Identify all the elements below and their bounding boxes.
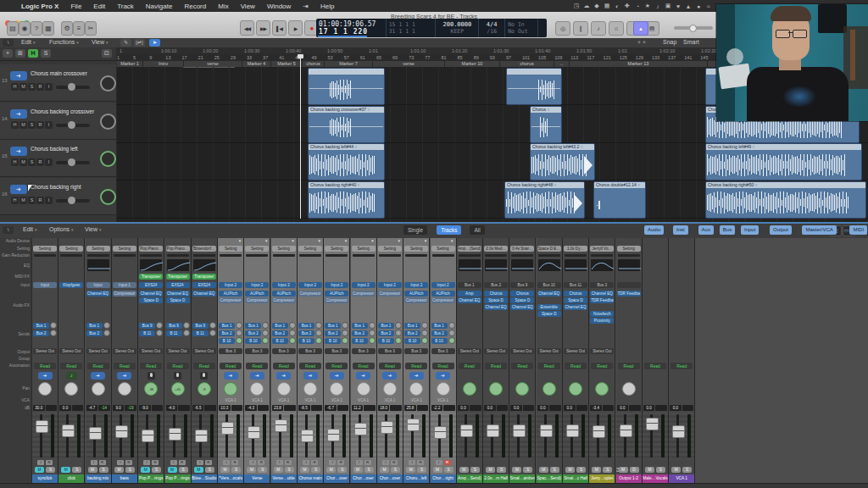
send-knob[interactable] <box>342 337 348 344</box>
mute-button[interactable]: M <box>433 467 442 473</box>
send-knob[interactable] <box>395 330 402 336</box>
tracks-edit-menu[interactable]: Edit ▾ <box>21 39 36 45</box>
send-knob[interactable] <box>183 322 190 329</box>
automation-mode-button[interactable]: Read <box>299 363 321 369</box>
input-slot[interactable]: EXS24 <box>166 282 190 288</box>
automation-mode-button[interactable]: Read <box>459 363 481 369</box>
strip-name[interactable]: click <box>58 474 84 483</box>
strip-dropdown-icon[interactable]: ▼ <box>424 239 427 243</box>
marker-chorus[interactable]: chorus <box>303 61 325 67</box>
track-pan-knob[interactable] <box>100 151 116 167</box>
solo-button[interactable]: S <box>470 467 480 473</box>
audio-fx-slot[interactable]: AUPitch <box>404 291 428 297</box>
eq-thumbnail[interactable] <box>591 259 613 271</box>
box-icon[interactable]: ▣ <box>663 3 673 9</box>
track-volume-slider[interactable] <box>56 86 90 89</box>
input-slot[interactable]: Input 2 <box>325 282 348 288</box>
input-monitor-button[interactable]: I <box>117 460 124 465</box>
mixer-edit-menu[interactable]: Edit ▾ <box>23 226 37 232</box>
send-bus-label[interactable]: B 10 <box>245 338 261 344</box>
audio-fx-slot[interactable]: AUPitch <box>245 291 269 297</box>
strip-name[interactable]: Chor…over <box>324 474 349 483</box>
send-bus-label[interactable]: B 10 <box>431 338 448 344</box>
strip-name[interactable]: Chor…over <box>351 474 376 483</box>
send-slot[interactable]: Bus 2 <box>298 330 322 336</box>
send-knob[interactable] <box>395 337 402 344</box>
mute-button[interactable]: M <box>274 467 283 473</box>
strip-name[interactable]: Choru…left <box>403 474 429 483</box>
menu-item-help[interactable]: Help <box>314 3 340 10</box>
strip-dropdown-icon[interactable]: ▼ <box>291 239 294 243</box>
region[interactable]: Chorus backing right#40 ○ <box>308 181 385 219</box>
duplicate-track-button[interactable]: ⊞ <box>15 49 25 58</box>
metronome-icon[interactable]: ♪ <box>591 21 606 36</box>
strip-name[interactable]: Böse…Studio <box>192 474 217 483</box>
track-header-15[interactable]: 15➜Chorus backing leftHMSRI <box>0 140 116 177</box>
input-monitor-button[interactable]: I <box>143 460 150 465</box>
send-knob[interactable] <box>262 330 269 336</box>
send-bus-label[interactable]: Bus 2 <box>272 330 288 336</box>
audio-fx-slot[interactable]: Compressor <box>325 297 348 303</box>
mixer-view-menu[interactable]: View ▾ <box>85 226 102 232</box>
master-tuner-button[interactable]: ▲ <box>633 21 648 36</box>
send-knob[interactable] <box>315 330 322 336</box>
mute-button[interactable]: M <box>168 467 177 473</box>
record-enable-button[interactable]: R <box>46 460 53 465</box>
marker-marker5[interactable]: Marker 5 <box>271 61 303 67</box>
peak-db-value[interactable] <box>390 405 402 411</box>
replace-icon[interactable]: ⌂ <box>609 21 624 36</box>
send-slot[interactable]: Bus 2 <box>33 330 57 336</box>
peak-db-value[interactable] <box>231 405 243 411</box>
track-s-button[interactable]: S <box>28 158 36 166</box>
eq-thumbnail[interactable] <box>167 259 189 271</box>
mute-button[interactable]: M <box>353 467 363 473</box>
strip-name[interactable]: Spac…Send) <box>537 474 562 483</box>
flex-icon[interactable]: [⇄] <box>134 39 145 47</box>
audio-fx-slot[interactable]: Chorus <box>564 291 587 297</box>
audio-fx-slot[interactable]: AUPitch <box>325 291 348 297</box>
mute-button[interactable]: M <box>326 467 336 473</box>
strip-setting-button[interactable]: Setting <box>378 246 402 252</box>
solo-tracks-button[interactable]: S <box>41 49 51 58</box>
send-bus-label[interactable]: Bus 2 <box>33 330 49 336</box>
region[interactable]: Chorus backing left#44 ○ <box>308 143 385 180</box>
fader-cap[interactable] <box>195 430 208 442</box>
smart-menu[interactable]: Smart <box>683 39 699 45</box>
record-enable-button[interactable]: R <box>99 460 106 465</box>
midi-fx-slot[interactable]: Transposer <box>139 274 163 280</box>
heart-icon[interactable]: ♥ <box>673 3 683 9</box>
output-slot[interactable]: Stereo Out <box>537 348 561 354</box>
snap-menu[interactable]: Snap <box>663 39 676 45</box>
audio-fx-slot[interactable]: Channel EQ <box>86 291 110 297</box>
send-knob[interactable] <box>342 322 348 329</box>
audio-fx-slot[interactable]: Compressor <box>352 291 376 297</box>
input-slot[interactable]: Bus 10 <box>537 282 561 288</box>
fader-db-value[interactable]: 11.2 <box>352 405 364 411</box>
fader-cap[interactable] <box>407 419 420 431</box>
output-slot[interactable]: Stereo Out <box>59 348 83 354</box>
send-slot[interactable]: Bus 1 <box>325 322 348 329</box>
menu-item-record[interactable]: Record <box>178 3 212 10</box>
strip-dropdown-icon[interactable]: ▼ <box>344 239 348 243</box>
record-enable-button[interactable]: R <box>205 460 212 465</box>
pan-knob[interactable] <box>489 382 503 396</box>
input-slot[interactable]: Input 2 <box>245 282 269 288</box>
track-pan-knob[interactable] <box>100 114 116 130</box>
automation-mode-button[interactable]: Read <box>246 363 268 369</box>
input-slot[interactable]: Input 2 <box>272 282 296 288</box>
triangle-icon[interactable]: ▲ <box>683 3 693 9</box>
marker-marker4[interactable]: Marker 4 <box>242 61 271 67</box>
input-slot[interactable]: Input 1 <box>113 282 136 288</box>
audio-fx-slot[interactable]: Amp <box>458 291 481 297</box>
output-slot[interactable]: Stereo Out <box>139 348 163 354</box>
fader-cap[interactable] <box>646 418 659 430</box>
send-bus-label[interactable]: Bus 1 <box>219 323 235 329</box>
peak-db-value[interactable]: -14 <box>98 405 110 411</box>
pan-knob[interactable] <box>409 382 423 396</box>
strip-name[interactable]: Male…Vocals <box>643 474 668 483</box>
automation-mode-button[interactable]: Read <box>60 363 82 369</box>
audio-fx-slot[interactable]: Space D <box>484 297 508 303</box>
record-enable-button[interactable]: R <box>444 460 451 465</box>
vca-assignment[interactable]: VCA 1 <box>218 397 243 404</box>
solo-button[interactable]: S <box>444 467 453 473</box>
